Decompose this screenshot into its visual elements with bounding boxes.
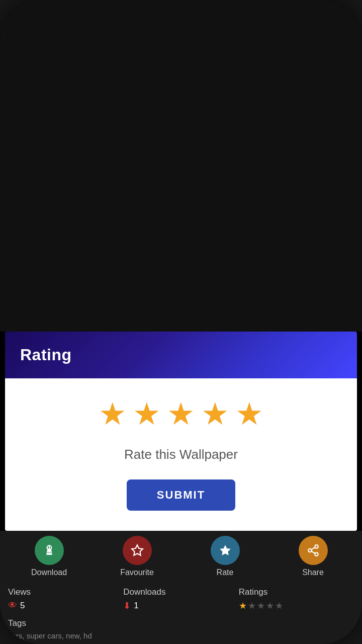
- download-icon: [35, 536, 64, 565]
- rate-icon: [211, 536, 240, 565]
- tags-section: Tags cars, super cars, new, hd: [0, 614, 362, 644]
- bottom-section: Download Favourite: [0, 531, 362, 644]
- toolbar-item-download[interactable]: Download: [5, 536, 93, 577]
- star-3[interactable]: ★: [167, 398, 195, 430]
- rating-star-5: ★: [275, 600, 283, 611]
- share-label: Share: [302, 568, 324, 577]
- phone-inner: Rating ★ ★ ★ ★ ★ Rate this Wallpaper: [0, 0, 362, 644]
- tags-text: cars, super cars, new, hd: [8, 631, 354, 640]
- star-1[interactable]: ★: [99, 398, 127, 430]
- favourite-icon: [123, 536, 152, 565]
- downloads-count: 1: [134, 601, 138, 611]
- share-icon: [299, 536, 328, 565]
- rating-modal: Rating ★ ★ ★ ★ ★ Rate this Wallpaper: [5, 332, 357, 531]
- svg-line-6: [311, 547, 315, 549]
- modal-title: Rating: [20, 346, 72, 364]
- screen-content: Rating ★ ★ ★ ★ ★ Rate this Wallpaper: [0, 0, 362, 644]
- star-4[interactable]: ★: [201, 398, 229, 430]
- ratings-stars: ★ ★ ★ ★ ★: [239, 600, 354, 611]
- stat-views: Views 👁 5: [8, 587, 123, 611]
- stars-row[interactable]: ★ ★ ★ ★ ★: [99, 398, 263, 430]
- stats-row: Views 👁 5 Downloads ⬇ 1: [0, 580, 362, 614]
- modal-wrapper: Rating ★ ★ ★ ★ ★ Rate this Wallpaper: [0, 332, 362, 531]
- views-value: 👁 5: [8, 600, 123, 611]
- submit-button[interactable]: SUBMIT: [127, 479, 235, 511]
- eye-icon: 👁: [8, 600, 17, 611]
- svg-point-3: [308, 549, 312, 552]
- tags-label: Tags: [8, 618, 354, 628]
- rate-wallpaper-text: Rate this Wallpaper: [124, 447, 238, 462]
- toolbar-item-rate[interactable]: Rate: [181, 536, 269, 577]
- svg-line-5: [311, 551, 315, 553]
- ratings-label: Ratings: [239, 587, 354, 597]
- phone-frame: Rating ★ ★ ★ ★ ★ Rate this Wallpaper: [0, 0, 362, 644]
- star-5[interactable]: ★: [235, 398, 263, 430]
- download-label: Download: [31, 568, 67, 577]
- toolbar-item-favourite[interactable]: Favourite: [93, 536, 181, 577]
- wallpaper-background: [0, 0, 362, 332]
- modal-body: ★ ★ ★ ★ ★ Rate this Wallpaper SUBMIT: [5, 378, 357, 531]
- stat-ratings: Ratings ★ ★ ★ ★ ★: [239, 587, 354, 611]
- downloads-value: ⬇ 1: [123, 600, 238, 611]
- rating-star-4: ★: [266, 600, 274, 611]
- toolbar-items: Download Favourite: [0, 536, 362, 577]
- download-count-icon: ⬇: [123, 600, 131, 611]
- toolbar-item-share[interactable]: Share: [269, 536, 357, 577]
- modal-header: Rating: [5, 332, 357, 378]
- bottom-toolbar: Download Favourite: [0, 531, 362, 580]
- svg-marker-0: [132, 545, 143, 555]
- rating-star-1: ★: [239, 600, 247, 611]
- svg-point-2: [315, 545, 318, 548]
- rating-star-3: ★: [257, 600, 265, 611]
- views-label: Views: [8, 587, 123, 597]
- favourite-label: Favourite: [120, 568, 154, 577]
- star-2[interactable]: ★: [133, 398, 161, 430]
- rating-star-2: ★: [248, 600, 256, 611]
- stat-downloads: Downloads ⬇ 1: [123, 587, 238, 611]
- svg-marker-1: [220, 545, 231, 555]
- rate-label: Rate: [217, 568, 234, 577]
- svg-point-4: [315, 552, 318, 556]
- downloads-label: Downloads: [123, 587, 238, 597]
- views-count: 5: [20, 601, 25, 611]
